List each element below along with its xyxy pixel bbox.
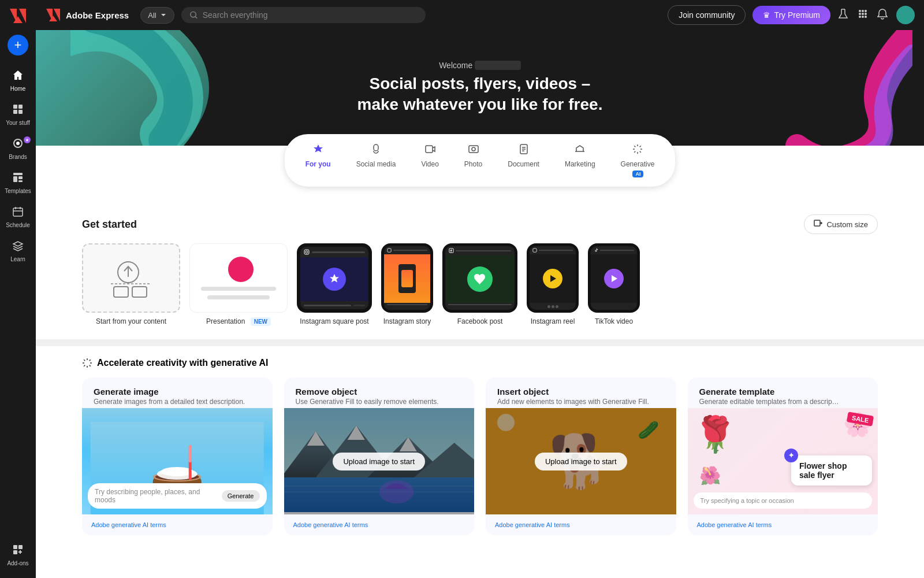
svg-point-28 [862,16,864,18]
search-icon [189,10,198,20]
ai-card-footer: Adobe generative AI terms [82,514,273,535]
card-instagram-square[interactable]: Instagram square post [297,243,372,325]
custom-size-button[interactable]: Custom size [804,214,878,234]
ai-terms-link[interactable]: Adobe generative AI terms [91,521,166,528]
flower-input-area[interactable]: Try specifying a topic or occasion [694,492,873,509]
search-bar[interactable] [181,7,426,23]
ai-section-header: Accelerate creativity with generative AI [82,358,878,368]
sidebar-item-schedule[interactable]: Schedule [2,201,34,233]
generate-image-input-area[interactable]: Try describing people, places, and moods… [88,483,267,509]
add-button[interactable]: + [8,35,28,55]
card-instagram-reel[interactable]: Instagram reel [527,243,579,325]
sidebar-item-add-ons[interactable]: Add-ons [2,539,34,571]
tab-photo[interactable]: Photo [453,139,494,182]
sidebar-item-learn[interactable]: Learn [2,235,34,267]
tab-label: Video [421,160,438,168]
tab-label: Marketing [565,160,595,168]
try-premium-button[interactable]: ♛ Try Premium [752,6,830,24]
tab-marketing[interactable]: Marketing [553,139,607,182]
crown-icon: ♛ [763,10,770,20]
sidebar-item-label: Templates [5,188,31,194]
tab-social-media[interactable]: Social media [345,139,408,182]
upload-button-insert[interactable]: Upload image to start [535,453,627,470]
svg-rect-30 [426,146,433,153]
svg-rect-15 [18,545,23,549]
remove-object-preview: Upload image to start [284,408,475,514]
card-label: Instagram reel [531,317,575,325]
ai-card-generate-image[interactable]: Generate image Generate images from a de… [82,377,273,535]
ai-card-generate-template[interactable]: Generate template Generate editable temp… [688,377,878,535]
heart-icon [473,272,487,286]
category-tabs: For you Social media Video [36,134,924,187]
join-community-button[interactable]: Join community [668,5,746,25]
sidebar: + Home Your stuff Brands Templates Sched… [0,0,36,578]
sidebar-item-templates[interactable]: Templates [2,167,34,199]
svg-point-20 [191,12,196,17]
svg-rect-7 [18,110,23,114]
tab-generative[interactable]: Generative AI [609,139,666,182]
content-area: Welcome ████ Social posts, flyers, video… [36,30,924,578]
filter-dropdown[interactable]: All [140,7,174,24]
card-tiktok-video[interactable]: TikTok video [588,243,640,325]
ai-terms-link[interactable]: Adobe generative AI terms [697,521,772,528]
card-label: Facebook post [457,317,503,325]
svg-point-22 [862,10,864,12]
tab-document[interactable]: Document [496,139,551,182]
left-decoration [70,30,267,146]
svg-point-23 [865,10,867,12]
tab-for-you[interactable]: For you [294,139,342,182]
card-instagram-story[interactable]: Instagram story [381,243,433,325]
home-icon [12,69,24,84]
adobe-express-logo [45,7,61,23]
svg-point-29 [865,16,867,18]
svg-point-25 [862,13,864,15]
hero-title: Social posts, flyers, videos – make what… [357,73,603,116]
sidebar-item-home[interactable]: Home [2,65,34,97]
svg-rect-53 [189,445,192,462]
sidebar-item-your-stuff[interactable]: Your stuff [2,99,34,131]
svg-rect-5 [18,105,23,109]
card-presentation[interactable]: Presentation NEW [189,243,288,325]
user-avatar[interactable] [896,6,915,24]
add-ons-icon [12,544,24,558]
ai-card-generate-image-header: Generate image Generate images from a de… [82,377,273,408]
ai-card-footer: Adobe generative AI terms [284,514,475,535]
ai-card-generate-template-header: Generate template Generate editable temp… [688,377,878,408]
generate-button[interactable]: Generate [222,490,260,502]
sidebar-item-brands[interactable]: Brands [2,133,34,165]
ai-card-insert-object[interactable]: Insert object Add new elements to images… [486,377,676,535]
ai-badge: AI [632,171,643,177]
search-input[interactable] [203,10,418,20]
sidebar-item-label: Schedule [6,222,30,228]
svg-rect-11 [18,176,23,179]
swirl-decoration [751,30,912,146]
ai-terms-link[interactable]: Adobe generative AI terms [495,521,570,528]
card-label: Presentation NEW [206,317,271,325]
ai-card-remove-object[interactable]: Remove object Use Generative Fill to eas… [284,377,475,535]
sidebar-item-label: Your stuff [6,120,30,126]
templates-icon [12,172,24,186]
insert-object-preview: 🐕 🥒 Upload image to start [486,408,676,514]
sidebar-item-label: Learn [10,256,25,262]
flask-icon[interactable] [837,8,849,23]
svg-rect-16 [13,550,17,554]
card-start-from-content[interactable]: Start from your content [82,243,180,325]
notification-icon[interactable] [877,8,888,23]
svg-rect-31 [469,146,478,153]
section-divider [36,339,924,346]
ai-section: Accelerate creativity with generative AI… [36,346,924,554]
upload-button-remove[interactable]: Upload image to start [333,453,425,470]
brands-icon [12,138,24,152]
ai-card-desc: Add new elements to images with Generati… [497,398,665,406]
ai-terms-link[interactable]: Adobe generative AI terms [293,521,368,528]
tab-video[interactable]: Video [409,139,450,182]
svg-rect-42 [533,249,536,252]
svg-point-39 [305,251,308,253]
apps-icon[interactable] [857,8,869,23]
section-header: Get started Custom size [82,214,878,234]
ai-card-desc: Use Generative Fill to easily remove ele… [296,398,463,406]
card-label: Start from your content [96,317,166,325]
topnav: Adobe Express All Join community ♛ Try P… [36,0,924,30]
upload-icon [108,255,154,301]
card-facebook-post[interactable]: Facebook post [442,243,517,325]
